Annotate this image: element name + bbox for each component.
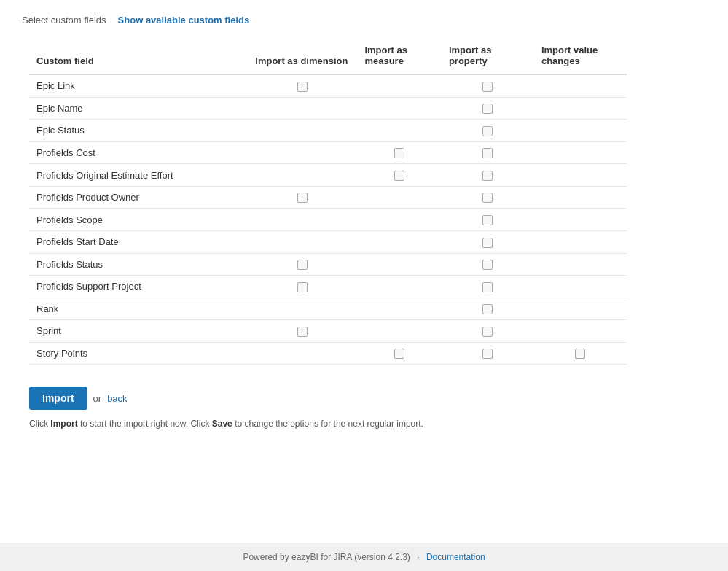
property-cell	[442, 320, 534, 343]
custom-fields-table: Custom field Import as dimension Import …	[29, 40, 627, 365]
property-checkbox[interactable]	[482, 304, 493, 314]
changes-cell	[534, 342, 627, 365]
changes-cell	[534, 253, 627, 276]
table-row: Sprint	[29, 320, 627, 343]
field-name-cell: Profields Support Project	[29, 276, 248, 298]
measure-cell	[357, 141, 441, 164]
field-name-cell: Profields Product Owner	[29, 186, 248, 209]
measure-cell	[357, 97, 441, 120]
dim-cell	[248, 230, 357, 253]
field-name-cell: Story Points	[29, 342, 248, 365]
property-checkbox[interactable]	[482, 349, 493, 359]
property-cell	[442, 342, 534, 365]
select-custom-fields-label: Select custom fields	[22, 15, 106, 26]
changes-checkbox[interactable]	[575, 349, 585, 359]
dim-cell	[248, 209, 357, 231]
property-checkbox[interactable]	[482, 327, 493, 337]
changes-cell	[534, 164, 627, 187]
changes-cell	[534, 74, 627, 97]
table-row: Profields Original Estimate Effort	[29, 164, 627, 187]
field-name: Profields Cost	[36, 147, 95, 158]
property-checkbox[interactable]	[482, 238, 493, 248]
dim-checkbox[interactable]	[297, 193, 308, 203]
dim-checkbox[interactable]	[297, 260, 308, 270]
dim-cell	[248, 342, 357, 365]
col-header-changes: Import value changes	[534, 40, 627, 74]
property-checkbox[interactable]	[482, 282, 493, 292]
dim-cell	[248, 164, 357, 187]
col-header-measure: Import as measure	[357, 40, 441, 74]
help-text: Click Import to start the import right n…	[29, 419, 706, 429]
help-text-part3: to change the options for the next regul…	[232, 419, 423, 429]
table-row: Epic Status	[29, 120, 627, 142]
field-name: Epic Link	[36, 80, 75, 91]
field-name-cell: Profields Status	[29, 253, 248, 276]
field-name: Profields Scope	[36, 214, 103, 225]
property-checkbox[interactable]	[482, 171, 493, 181]
property-checkbox[interactable]	[482, 260, 493, 270]
dim-cell	[248, 298, 357, 320]
changes-cell	[534, 320, 627, 343]
measure-cell	[357, 120, 441, 142]
dim-cell	[248, 97, 357, 120]
measure-cell	[357, 164, 441, 187]
show-available-custom-fields-link[interactable]: Show available custom fields	[118, 15, 250, 26]
property-cell	[442, 120, 534, 142]
table-row: Epic Name	[29, 97, 627, 120]
measure-cell	[357, 276, 441, 298]
property-checkbox[interactable]	[482, 215, 493, 225]
field-name-cell: Profields Original Estimate Effort	[29, 164, 248, 187]
field-name-cell: Epic Status	[29, 120, 248, 142]
property-cell	[442, 253, 534, 276]
dim-checkbox[interactable]	[297, 82, 308, 92]
measure-cell	[357, 186, 441, 209]
property-cell	[442, 298, 534, 320]
field-name: Sprint	[36, 325, 61, 336]
table-row: Profields Status	[29, 253, 627, 276]
footer-separator: ·	[417, 552, 419, 562]
footer-documentation-link[interactable]: Documentation	[426, 552, 485, 562]
field-name: Story Points	[36, 348, 87, 359]
table-row: Profields Product Owner	[29, 186, 627, 209]
measure-cell	[357, 320, 441, 343]
changes-cell	[534, 141, 627, 164]
property-checkbox[interactable]	[482, 104, 493, 114]
property-cell	[442, 230, 534, 253]
col-header-field: Custom field	[29, 40, 248, 74]
field-name: Profields Original Estimate Effort	[36, 170, 173, 181]
property-checkbox[interactable]	[482, 82, 493, 92]
dim-cell	[248, 276, 357, 298]
field-name: Rank	[36, 303, 58, 314]
property-cell	[442, 74, 534, 97]
field-name-cell: Epic Name	[29, 97, 248, 120]
measure-cell	[357, 253, 441, 276]
help-text-part1: Click	[29, 419, 50, 429]
import-button[interactable]: Import	[29, 387, 87, 410]
table-row: Profields Cost	[29, 141, 627, 164]
footer-actions: Import or back Click Import to start the…	[29, 387, 706, 429]
property-cell	[442, 276, 534, 298]
measure-checkbox[interactable]	[394, 148, 404, 158]
measure-checkbox[interactable]	[394, 171, 404, 181]
table-row: Profields Scope	[29, 209, 627, 231]
measure-cell	[357, 74, 441, 97]
measure-cell	[357, 209, 441, 231]
property-cell	[442, 141, 534, 164]
field-name: Profields Status	[36, 259, 103, 270]
dim-checkbox[interactable]	[297, 282, 308, 292]
property-checkbox[interactable]	[482, 126, 493, 136]
property-cell	[442, 186, 534, 209]
page-footer: Powered by eazyBI for JIRA (version 4.2.…	[0, 543, 728, 571]
measure-checkbox[interactable]	[394, 349, 404, 359]
field-name-cell: Sprint	[29, 320, 248, 343]
dim-checkbox[interactable]	[297, 327, 308, 337]
property-cell	[442, 209, 534, 231]
field-name-cell: Rank	[29, 298, 248, 320]
dim-cell	[248, 253, 357, 276]
property-checkbox[interactable]	[482, 193, 493, 203]
back-link[interactable]: back	[107, 393, 127, 404]
footer-powered-by: Powered by eazyBI for JIRA (version 4.2.…	[243, 552, 410, 562]
help-import-word: Import	[50, 419, 77, 429]
property-checkbox[interactable]	[482, 148, 493, 158]
measure-cell	[357, 298, 441, 320]
